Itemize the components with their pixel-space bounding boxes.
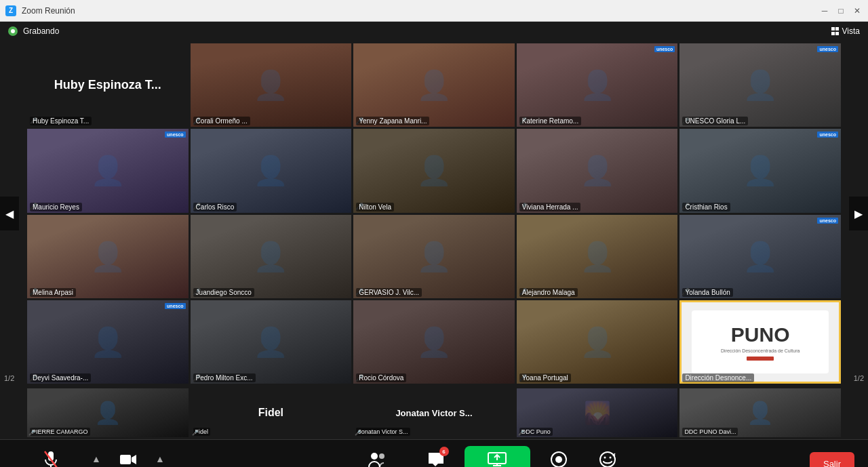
participant-cell: unesco 👤 🎤 UNESCO Gloria L... (679, 43, 841, 127)
unesco-badge: unesco (165, 131, 186, 138)
toolbar: Cancelar silenciar ahora ▲ Detener video… (0, 439, 868, 467)
participant-label: Rocio Córdova (356, 373, 406, 382)
participant-label: PIERRE CAMARGO (30, 428, 90, 436)
participant-cell: 👤 🎤 Viviana Herrada ... (517, 129, 678, 212)
participant-label: Viviana Herrada ... (519, 203, 581, 211)
participant-cell: 👤 DDC PUNO Davi... (679, 388, 841, 437)
participant-label: GERVASIO J. Vilc... (356, 288, 422, 297)
video-grid: Huby Espinoza T... 🎤 Huby Espinoza T... … (27, 43, 841, 384)
svg-point-11 (555, 456, 562, 463)
participant-label: Carlos Risco (193, 203, 237, 211)
page-indicator-right: 1/2 (854, 374, 864, 382)
participant-label: UNESCO Gloria L... (682, 117, 748, 125)
toolbar-right-controls: Salir (810, 452, 854, 467)
title-bar-left: Z Zoom Reunión (5, 5, 75, 16)
video-button[interactable]: Detener video (105, 446, 151, 467)
svg-point-6 (379, 453, 384, 459)
svg-point-12 (600, 452, 615, 467)
window-title: Zoom Reunión (22, 6, 75, 16)
video-icon (117, 449, 139, 467)
muted-icon: 🎤 (518, 430, 525, 436)
participant-cell: 👤 🎤 Alejandro Malaga (517, 215, 678, 298)
svg-point-14 (609, 457, 611, 459)
record-indicator (8, 26, 18, 36)
participant-cell: 👤 🎤 Nilton Vela (353, 129, 515, 212)
minimize-button[interactable]: ─ (819, 5, 830, 16)
title-bar: Z Zoom Reunión ─ □ ✕ (0, 0, 868, 22)
svg-point-5 (371, 453, 378, 460)
participant-cell: Jonatan Victor S... Jonatan Victor S... … (353, 388, 515, 437)
recording-status: Grabando (8, 26, 59, 36)
participant-cell: 👤 🎤 Melina Arpasi (27, 215, 189, 298)
bottom-participant-row: 👤 PIERRE CAMARGO 🎤 Fidel Fidel 🎤 Jonatan… (0, 386, 868, 439)
participant-label: Huby Espinoza T... (30, 117, 92, 125)
share-screen-button[interactable]: Compartir pantalla (465, 446, 531, 467)
toolbar-center-controls: Participantes 32 ▲ 6 Chat (349, 446, 628, 467)
participant-cell: Fidel Fidel 🎤 (191, 388, 352, 437)
participant-label: Corali Ormeño ... (193, 117, 250, 125)
recording-label: Grabando (23, 26, 59, 36)
participant-label: Melina Arpasi (30, 288, 76, 297)
participant-label: Cristhian Rios (682, 203, 730, 211)
mute-button[interactable]: Cancelar silenciar ahora (14, 446, 87, 467)
app-icon: Z (5, 5, 16, 16)
share-screen-icon (486, 449, 508, 467)
video-caret[interactable]: ▲ (154, 451, 166, 467)
svg-point-13 (604, 457, 606, 459)
participant-cell: 🌄 DDC Puno 🎤 (517, 388, 678, 437)
muted-icon: 🎤 (192, 430, 199, 436)
unesco-badge: unesco (817, 131, 838, 138)
chat-badge: 6 (439, 447, 449, 456)
participant-cell: unesco 👤 🎤 Mauricio Reyes (27, 129, 189, 212)
reactions-button[interactable]: Reacciones (587, 446, 627, 467)
unesco-badge: unesco (165, 303, 186, 309)
page-indicator-left: 1/2 (4, 374, 14, 382)
participant-cell: unesco 👤 🎤 Katerine Retamo... (517, 43, 678, 127)
participant-cell: 👤 🎤 Yenny Zapana Manri... (353, 43, 515, 127)
close-button[interactable]: ✕ (852, 5, 863, 16)
vista-button[interactable]: Vista (831, 26, 860, 36)
participants-icon (367, 449, 389, 467)
participant-label: Deyvi Saavedra-... (30, 373, 91, 382)
muted-icon: 🎤 (28, 430, 35, 436)
participant-cell: 👤 🎤 Corali Ormeño ... (191, 43, 352, 127)
chat-icon: 6 (425, 449, 447, 467)
participant-cell-highlighted: PUNO Dirección Desconcentrada de Cultura… (679, 300, 841, 384)
svg-rect-4 (120, 455, 131, 464)
mute-caret[interactable]: ▲ (90, 451, 102, 467)
participant-label: Pedro Milton Exc... (193, 373, 256, 382)
participant-label: DDC PUNO Davi... (682, 428, 738, 436)
next-page-button[interactable]: ▶ (849, 197, 868, 230)
participant-label: Mauricio Reyes (30, 203, 82, 211)
chat-button[interactable]: 6 Chat (421, 446, 451, 467)
window-controls: ─ □ ✕ (819, 5, 863, 16)
mute-icon (40, 449, 62, 467)
participant-cell: unesco 👤 🎤 Cristhian Rios (679, 129, 841, 212)
puno-title: PUNO (731, 323, 790, 346)
record-icon (548, 449, 570, 467)
muted-icon: 🎤 (355, 430, 361, 436)
grid-icon (831, 27, 840, 35)
unesco-badge: unesco (817, 218, 838, 224)
participant-label: Alejandro Malaga (519, 288, 578, 297)
participant-cell: unesco 👤 🎤 Deyvi Saavedra-... (27, 300, 189, 384)
maximize-button[interactable]: □ (835, 5, 846, 16)
participant-cell: 👤 PIERRE CAMARGO 🎤 (27, 388, 189, 437)
participant-name-text: Jonatan Victor S... (395, 408, 472, 418)
exit-button[interactable]: Salir (810, 452, 854, 467)
prev-page-button[interactable]: ◀ (0, 197, 19, 230)
participant-cell: 👤 🎤 Yoana Portugal (517, 300, 678, 384)
participant-label: Nilton Vela (356, 203, 394, 211)
participant-label: Juandiego Soncco (193, 288, 254, 297)
unesco-badge: unesco (654, 46, 675, 52)
participant-label: Dirección Desnonce... (682, 373, 754, 382)
participant-cell: Huby Espinoza T... 🎤 Huby Espinoza T... (27, 43, 189, 127)
recording-bar: Grabando Vista (0, 22, 868, 41)
record-button[interactable]: Grabar (544, 446, 574, 467)
vista-label: Vista (842, 26, 860, 36)
participant-label: Yenny Zapana Manri... (356, 117, 429, 125)
toolbar-left-controls: Cancelar silenciar ahora ▲ Detener video… (14, 446, 166, 467)
participants-button[interactable]: Participantes 32 ▲ (349, 446, 408, 467)
participant-cell: 👤 🎤 GERVASIO J. Vilc... (353, 215, 515, 298)
participant-label: Yoana Portugal (519, 373, 571, 382)
